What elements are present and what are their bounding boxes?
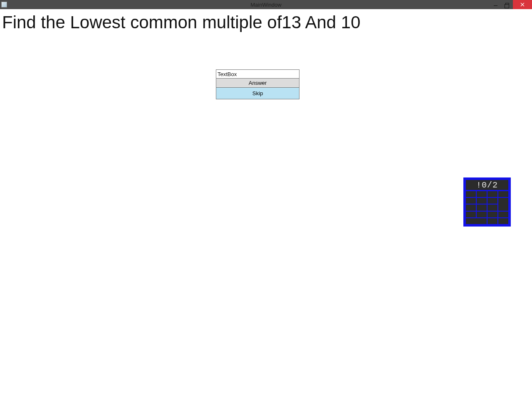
calculator-key[interactable] xyxy=(498,198,508,210)
window-titlebar: MainWindow xyxy=(0,0,532,9)
calculator-key[interactable] xyxy=(487,204,497,210)
calculator-key[interactable] xyxy=(477,191,487,197)
calculator-key[interactable] xyxy=(466,212,476,217)
calculator-key[interactable] xyxy=(487,212,497,217)
close-icon xyxy=(520,2,525,7)
calculator-key[interactable] xyxy=(466,218,487,224)
window-controls xyxy=(490,0,532,9)
calculator-key[interactable] xyxy=(487,198,497,204)
calculator-display: !0/2 xyxy=(466,180,508,190)
calculator-key[interactable] xyxy=(498,212,508,217)
calculator-key[interactable] xyxy=(466,198,476,204)
minimize-button[interactable] xyxy=(490,0,501,9)
calculator-key[interactable] xyxy=(498,218,508,224)
answer-input[interactable]: TextBox xyxy=(216,69,299,79)
app-icon xyxy=(1,2,7,7)
calculator-widget[interactable]: !0/2 xyxy=(463,177,511,227)
maximize-button[interactable] xyxy=(501,0,513,9)
content-area: Find the Lowest common multiple of13 And… xyxy=(0,9,532,409)
question-text: Find the Lowest common multiple of13 And… xyxy=(2,12,361,32)
skip-button[interactable]: Skip xyxy=(216,88,299,99)
calculator-key[interactable] xyxy=(477,198,487,204)
calculator-key[interactable] xyxy=(477,204,487,210)
calculator-keys xyxy=(466,191,508,224)
calculator-key[interactable] xyxy=(477,212,487,217)
calculator-key[interactable] xyxy=(487,218,497,224)
calculator-key[interactable] xyxy=(466,191,476,197)
calculator-key[interactable] xyxy=(466,204,476,210)
answer-panel: TextBox Answer Skip xyxy=(216,69,299,99)
window-title: MainWindow xyxy=(250,2,281,8)
calculator-key[interactable] xyxy=(487,191,497,197)
close-button[interactable] xyxy=(513,0,532,9)
answer-button[interactable]: Answer xyxy=(216,79,299,88)
calculator-key[interactable] xyxy=(498,191,508,197)
